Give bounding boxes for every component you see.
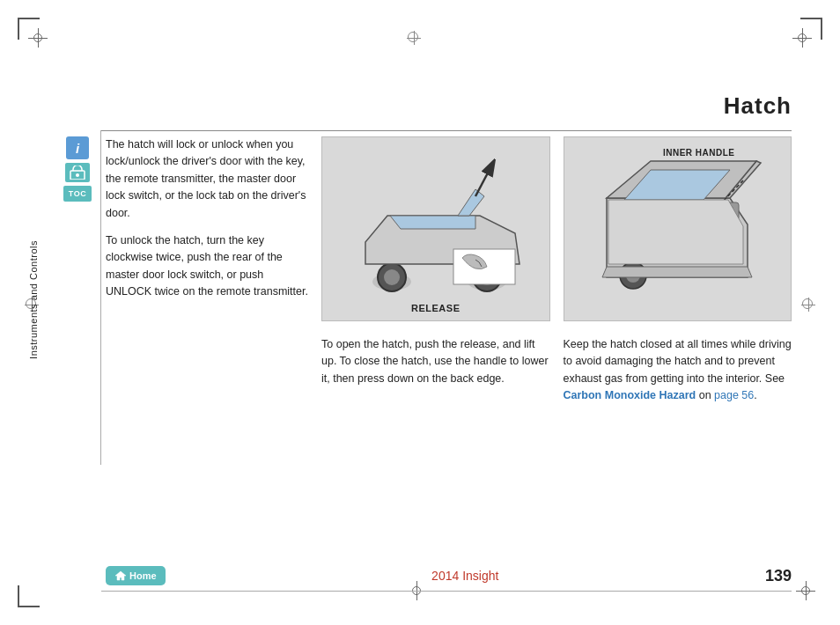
inner-handle-label: INNER HANDLE <box>663 148 735 158</box>
bottom-rule <box>101 591 792 592</box>
below-image2-text: Keep the hatch closed at all times while… <box>564 336 792 405</box>
paragraph-1: The hatch will lock or unlock when you l… <box>106 136 308 222</box>
home-button[interactable]: Home <box>106 566 166 585</box>
left-sidebar: i TOC Instruments and Controls <box>0 0 101 625</box>
carbon-monoxide-link[interactable]: Carbon Monoxide Hazard <box>564 389 696 401</box>
release-text: To open the hatch, push the release, and… <box>321 336 550 387</box>
text-column-left: The hatch will lock or unlock when you l… <box>106 136 308 321</box>
page-link[interactable]: page 56 <box>714 389 754 401</box>
hatch-illustration <box>589 154 765 304</box>
warning-text-1: Keep the hatch closed at all times while… <box>564 338 792 385</box>
image1-caption: RELEASE <box>322 303 549 313</box>
section-label: Instruments and Controls <box>7 176 60 423</box>
paragraph-2: To unlock the hatch, turn the key clockw… <box>106 232 308 301</box>
info-icon[interactable]: i <box>66 136 89 159</box>
footer: Home 2014 Insight 139 <box>101 566 840 585</box>
car-illustration <box>339 154 533 304</box>
lock-icon[interactable] <box>65 163 90 182</box>
car-hatch-image: RELEASE <box>321 136 550 321</box>
footer-book-title: 2014 Insight <box>431 569 498 583</box>
svg-point-5 <box>384 269 400 285</box>
page-number: 139 <box>765 567 792 585</box>
toc-button[interactable]: TOC <box>63 186 92 202</box>
warning-text-3: . <box>754 389 756 401</box>
hatch-handle-image: INNER HANDLE <box>564 136 792 321</box>
content-area: The hatch will lock or unlock when you l… <box>106 136 792 321</box>
warning-text: Keep the hatch closed at all times while… <box>564 336 792 405</box>
below-spacer <box>106 336 308 405</box>
svg-point-1 <box>76 173 79 177</box>
below-images-area: To open the hatch, push the release, and… <box>106 336 792 405</box>
home-icon <box>114 570 127 581</box>
main-content: The hatch will lock or unlock when you l… <box>101 0 840 625</box>
below-image1-text: To open the hatch, push the release, and… <box>321 336 550 405</box>
sidebar-icons: i TOC <box>63 136 92 202</box>
warning-text-2: on <box>696 389 714 401</box>
svg-line-8 <box>475 163 493 196</box>
home-label: Home <box>129 570 157 581</box>
